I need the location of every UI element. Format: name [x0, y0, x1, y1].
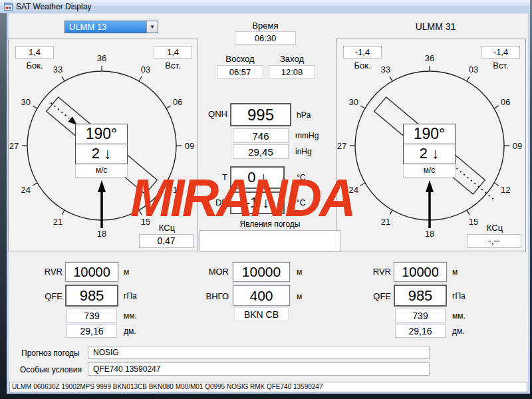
- compass-tick: [494, 183, 499, 186]
- qfe-mm-unit: мм.: [452, 311, 466, 321]
- qfe-unit: гПа: [124, 291, 137, 301]
- temperature-label: T: [210, 172, 227, 182]
- compass-tick: [360, 183, 365, 186]
- qfe-unit: гПа: [452, 291, 466, 301]
- friction-value: 0,47: [139, 234, 194, 248]
- sunset-label: Заход: [269, 54, 315, 64]
- compass-tick: [166, 106, 171, 108]
- station-selector-value: ULMM 13: [65, 21, 146, 33]
- compass-tick: [360, 106, 365, 108]
- wind-unit: м/с: [75, 164, 128, 178]
- qnh-value: 995: [230, 103, 291, 126]
- compass-scale-label: 12: [173, 185, 182, 195]
- mor-unit: м: [297, 267, 302, 277]
- special-conditions-field[interactable]: QFE740 13590247: [88, 362, 430, 376]
- chevron-down-icon[interactable]: ▼: [146, 21, 158, 33]
- phenomena-field[interactable]: [200, 230, 340, 252]
- compass-scale-label: 06: [173, 97, 182, 107]
- wind-arrowhead-icon: [426, 180, 434, 192]
- compass-tick: [62, 210, 65, 215]
- friction-label: КСц: [468, 223, 521, 233]
- temperature-value: 0 ↓: [230, 166, 285, 189]
- crosswind-value: -1,4: [343, 46, 382, 59]
- special-conditions-label: Особые условия: [20, 365, 82, 374]
- compass-scale-label: 18: [425, 229, 434, 239]
- qfe-value: 985: [394, 285, 447, 307]
- qfe-label: QFE: [35, 291, 63, 301]
- title-bar[interactable]: SAT Weather Display: [0, 0, 530, 13]
- app-icon: [4, 3, 13, 11]
- compass-scale-label: 18: [97, 229, 106, 239]
- qfe-in-unit: дм.: [124, 327, 136, 336]
- wind-direction: 190°: [75, 124, 128, 144]
- headwind-value: 1,4: [154, 46, 192, 59]
- compass-scale-label: 24: [21, 185, 30, 195]
- wind-arrowhead-icon: [98, 180, 106, 192]
- qnh-mmhg-value: 746: [233, 128, 289, 143]
- sunset-value: 12:08: [269, 65, 315, 78]
- compass-scale-label: 06: [501, 97, 510, 107]
- qfe-in-value: 29,16: [66, 324, 117, 338]
- compass-tick: [390, 76, 392, 81]
- compass-scale-label: 27: [9, 141, 19, 151]
- compass-scale-label: 33: [53, 65, 63, 74]
- dewpoint-unit: °C: [297, 198, 305, 207]
- rvr-label: RVR: [364, 267, 391, 277]
- mor-value: 10000: [233, 262, 290, 282]
- compass-scale-label: 27: [337, 141, 346, 151]
- compass-tick: [166, 183, 171, 186]
- compass-panel-31: 360306091215182124273033 -1,4 Бок. -1,4 …: [336, 39, 526, 251]
- mor-label: MOR: [202, 267, 229, 277]
- time-label: Время: [235, 21, 296, 31]
- station-selector[interactable]: ULMM 13 ▼: [65, 21, 158, 33]
- compass-tick: [33, 183, 37, 186]
- window-title: SAT Weather Display: [16, 2, 91, 11]
- compass-scale-label: 33: [381, 65, 390, 74]
- dewpoint-label: DP: [206, 198, 227, 207]
- compass-scale-label: 36: [97, 53, 106, 63]
- metar-status-bar[interactable]: ULMM 060630Z 19002MPS 9999 BKN013CB BKN0…: [9, 382, 527, 392]
- forecast-label: Прогноз погоды: [21, 348, 80, 358]
- headwind-label: Вст.: [481, 61, 520, 70]
- wind-speed: 2 ↓: [403, 144, 456, 164]
- qfe-mm-unit: мм.: [124, 311, 137, 321]
- qfe-mm-value: 739: [395, 309, 446, 323]
- compass-scale-label: 21: [381, 217, 390, 227]
- qnh-inhg-value: 29,45: [233, 144, 289, 159]
- qnh-label: QNH: [200, 109, 227, 119]
- compass-panel-13: 360306091215182124273033 1,4 Бок. 1,4 Вс…: [8, 39, 198, 251]
- approach-arrow-icon: [51, 103, 69, 118]
- runway-31-header: ULMM 31: [386, 21, 485, 32]
- qnh-mmhg-unit: mmHg: [295, 131, 319, 140]
- compass-tick: [467, 76, 469, 81]
- headwind-label: Вст.: [154, 61, 192, 70]
- clouds-value: BKN CB: [234, 307, 289, 321]
- sunrise-label: Восход: [217, 54, 263, 64]
- wind-speed: 2 ↓: [75, 144, 128, 164]
- ceiling-value: 400: [233, 285, 290, 306]
- crosswind-label: Бок.: [343, 61, 382, 70]
- compass-scale-label: 36: [425, 53, 434, 63]
- ceiling-unit: м: [297, 292, 302, 301]
- friction-label: КСц: [140, 223, 194, 233]
- headwind-value: -1,4: [481, 46, 520, 59]
- compass-tick: [33, 106, 37, 108]
- compass-scale-label: 30: [21, 97, 30, 107]
- compass-tick: [62, 76, 65, 81]
- ceiling-label: ВНГО: [198, 291, 229, 301]
- qfe-mm-value: 739: [66, 309, 117, 323]
- qfe-label: QFE: [363, 291, 391, 301]
- rvr-unit: м: [124, 267, 129, 277]
- rvr-value: 10000: [394, 262, 447, 282]
- forecast-field[interactable]: NOSIG: [88, 346, 430, 359]
- friction-value: -,--: [467, 234, 521, 248]
- qfe-in-unit: дм.: [452, 327, 465, 336]
- qfe-value: 985: [65, 285, 118, 307]
- compass-tick: [139, 210, 142, 215]
- compass-scale-label: 03: [141, 65, 150, 74]
- compass-tick: [467, 210, 469, 215]
- qnh-unit: hPa: [297, 110, 311, 120]
- dewpoint-value: -1 ↓: [230, 192, 285, 214]
- screen: SAT Weather Display ULMM 13 ▼ Время 06:3…: [0, 0, 532, 399]
- wind-readout: 190° 2 ↓ м/с: [403, 124, 456, 178]
